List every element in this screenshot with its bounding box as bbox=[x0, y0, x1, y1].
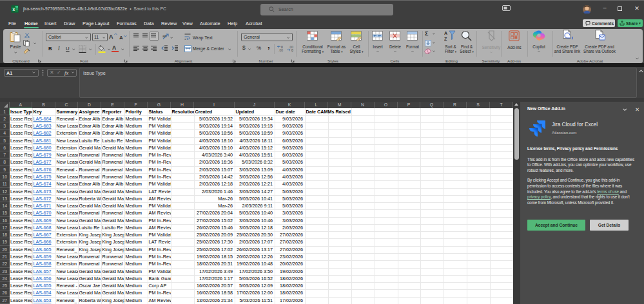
svg-text:0: 0 bbox=[291, 48, 293, 52]
svg-text:.00: .00 bbox=[278, 48, 283, 52]
svg-text:x: x bbox=[12, 7, 15, 12]
svg-text:ab: ab bbox=[162, 34, 167, 38]
svg-text:A: A bbox=[444, 31, 447, 35]
svg-text:Z: Z bbox=[444, 37, 447, 41]
